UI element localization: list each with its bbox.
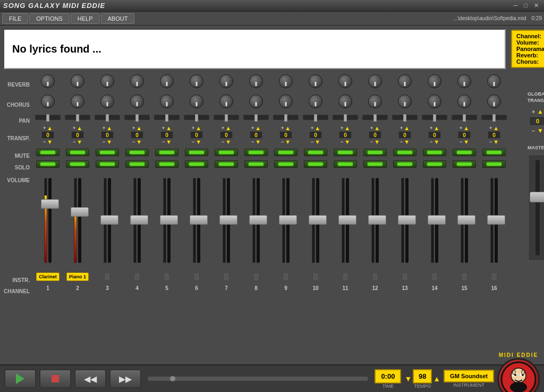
ch8-pan-slider[interactable] (243, 115, 269, 120)
ch1-down-arrow[interactable]: ▼ (47, 139, 53, 145)
ch6-fader-handle[interactable] (190, 215, 208, 225)
ch3-chorus-row-knob[interactable] (100, 95, 114, 108)
ch9-pan-slider[interactable] (273, 115, 299, 120)
instrument-display[interactable]: GM Soundset (444, 370, 494, 382)
ch10-down-arrow[interactable]: ▼ (314, 139, 320, 145)
ch12-reverb-row-knob[interactable] (368, 74, 382, 88)
ch5-solo-button[interactable] (155, 160, 178, 168)
ch8-down-arrow[interactable]: ▼ (255, 139, 261, 145)
ch14-down-arrow[interactable]: ▼ (434, 139, 439, 145)
menu-help[interactable]: HELP (71, 13, 100, 24)
minimize-button[interactable]: ─ (512, 2, 520, 9)
ch7-up-arrow[interactable]: ▲ (225, 125, 231, 131)
ch4-mute-button[interactable] (125, 149, 149, 156)
ch5-up-arrow[interactable]: ▲ (166, 125, 172, 131)
ch1-up-arrow[interactable]: ▲ (47, 125, 53, 131)
ch5-chorus-row-knob[interactable] (160, 95, 174, 108)
ch2-reverb-row-knob[interactable] (71, 74, 84, 88)
ch4-up-arrow[interactable]: ▲ (136, 125, 142, 131)
ch12-down-arrow[interactable]: ▼ (374, 139, 380, 145)
ch14-pan-slider[interactable] (422, 115, 447, 120)
ch11-chorus-row-knob[interactable] (338, 95, 352, 108)
rewind-button[interactable]: ◀◀ (74, 369, 106, 388)
maximize-button[interactable]: □ (522, 2, 530, 9)
ch4-pan-slider[interactable] (124, 115, 150, 120)
ch1-instrument-label[interactable]: Clarinet (36, 272, 60, 281)
ch14-reverb-row-knob[interactable] (428, 74, 441, 88)
ch12-fader-handle[interactable] (368, 215, 386, 225)
ch8-fader-handle[interactable] (249, 215, 267, 225)
ch9-fader-handle[interactable] (279, 215, 297, 225)
ch11-solo-button[interactable] (334, 160, 357, 168)
tempo-up-arrow[interactable]: ▲ (433, 374, 440, 383)
ch2-fader-handle[interactable] (71, 207, 89, 217)
ch13-mute-button[interactable] (393, 149, 416, 156)
ch14-solo-button[interactable] (423, 160, 446, 168)
ch16-down-arrow[interactable]: ▼ (493, 139, 499, 145)
ch7-chorus-row-knob[interactable] (219, 95, 233, 108)
ch8-solo-button[interactable] (244, 160, 268, 168)
ch7-reverb-row-knob[interactable] (219, 74, 233, 88)
ch6-down-arrow[interactable]: ▼ (196, 139, 201, 145)
ch10-pan-slider[interactable] (303, 115, 328, 120)
ch7-down-arrow[interactable]: ▼ (225, 139, 231, 145)
ch14-mute-button[interactable] (423, 149, 446, 156)
global-transp-value[interactable]: 0 (529, 116, 544, 126)
ch13-reverb-row-knob[interactable] (398, 74, 412, 88)
ch11-up-arrow[interactable]: ▲ (344, 125, 350, 131)
ch1-pan-slider[interactable] (35, 115, 61, 120)
ch15-chorus-row-knob[interactable] (457, 95, 471, 108)
seek-thumb[interactable] (170, 376, 175, 381)
global-down-arrow[interactable]: ▼ (537, 127, 543, 134)
ch8-reverb-row-knob[interactable] (249, 74, 263, 88)
ch6-chorus-row-knob[interactable] (190, 95, 203, 108)
master-fader[interactable] (528, 155, 544, 261)
ch14-fader-handle[interactable] (428, 215, 446, 225)
ch2-pan-slider[interactable] (65, 115, 90, 120)
ch5-reverb-row-knob[interactable] (160, 74, 174, 88)
ch15-down-arrow[interactable]: ▼ (463, 139, 469, 145)
ch11-down-arrow[interactable]: ▼ (344, 139, 350, 145)
ch1-reverb-row-knob[interactable] (41, 74, 55, 88)
ch11-reverb-row-knob[interactable] (338, 74, 352, 88)
ch13-up-arrow[interactable]: ▲ (404, 125, 410, 131)
ch6-reverb-row-knob[interactable] (190, 74, 203, 88)
ch3-down-arrow[interactable]: ▼ (106, 139, 112, 145)
ch9-down-arrow[interactable]: ▼ (285, 139, 291, 145)
ch16-reverb-row-knob[interactable] (487, 74, 501, 88)
ch7-pan-slider[interactable] (214, 115, 239, 120)
master-fader-thumb[interactable] (530, 192, 544, 202)
ch4-fader-handle[interactable] (130, 215, 148, 225)
ch15-reverb-row-knob[interactable] (457, 74, 471, 88)
ch3-pan-slider[interactable] (95, 115, 120, 120)
ch12-pan-slider[interactable] (362, 115, 388, 120)
ch5-fader-handle[interactable] (160, 215, 178, 225)
ch8-chorus-row-knob[interactable] (249, 95, 263, 108)
ch9-chorus-row-knob[interactable] (279, 95, 293, 108)
forward-button[interactable]: ▶▶ (109, 369, 141, 388)
ch2-chorus-row-knob[interactable] (71, 95, 84, 108)
ch3-reverb-row-knob[interactable] (100, 74, 114, 88)
ch15-mute-button[interactable] (453, 149, 476, 156)
menu-options[interactable]: OPTIONS (29, 13, 70, 24)
ch9-up-arrow[interactable]: ▲ (285, 125, 291, 131)
close-button[interactable]: ✕ (532, 2, 541, 9)
ch10-chorus-row-knob[interactable] (309, 95, 322, 108)
ch4-solo-button[interactable] (125, 160, 149, 168)
ch16-solo-button[interactable] (482, 160, 506, 168)
ch16-mute-button[interactable] (482, 149, 506, 156)
ch11-pan-slider[interactable] (333, 115, 358, 120)
ch3-up-arrow[interactable]: ▲ (106, 125, 112, 131)
ch15-up-arrow[interactable]: ▲ (463, 125, 469, 131)
ch13-fader-handle[interactable] (398, 215, 416, 225)
ch2-down-arrow[interactable]: ▼ (76, 139, 82, 145)
ch8-up-arrow[interactable]: ▲ (255, 125, 261, 131)
ch16-fader-handle[interactable] (487, 215, 505, 225)
menu-file[interactable]: FILE (2, 13, 28, 24)
ch13-down-arrow[interactable]: ▼ (404, 139, 410, 145)
ch6-pan-slider[interactable] (184, 115, 209, 120)
ch13-solo-button[interactable] (393, 160, 416, 168)
ch3-fader-handle[interactable] (100, 215, 118, 225)
menu-about[interactable]: ABOUT (101, 13, 135, 24)
ch9-mute-button[interactable] (274, 149, 298, 156)
